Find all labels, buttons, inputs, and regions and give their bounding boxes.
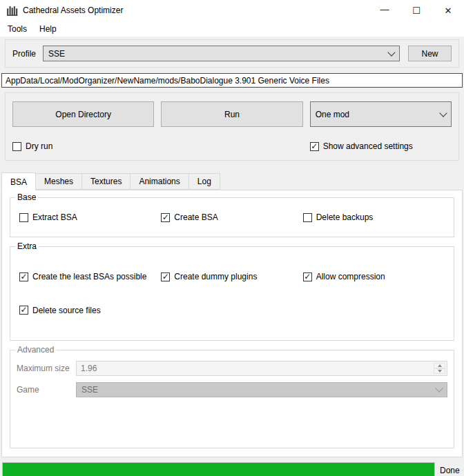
checkbox-box: [303, 213, 312, 222]
run-label: Run: [224, 110, 240, 119]
show-advanced-settings-checkbox[interactable]: ✓ Show advanced settings: [310, 141, 452, 151]
tab-meshes[interactable]: Meshes: [35, 173, 82, 190]
profile-label: Profile: [12, 49, 36, 59]
new-profile-button-label: New: [421, 49, 438, 59]
app-icon: [6, 5, 18, 17]
extra-group-title: Extra: [15, 241, 39, 251]
checkbox-box: [19, 213, 28, 222]
maximum-size-label: Maximum size: [17, 364, 76, 373]
dummy-plugins-label: Create dummy plugins: [174, 272, 257, 281]
delete-source-files-label: Delete source files: [32, 306, 101, 315]
spinner-buttons: [434, 363, 445, 374]
mod-path-input[interactable]: [1, 73, 463, 88]
tab-log[interactable]: Log: [188, 173, 220, 190]
maximize-icon: ☐: [412, 6, 420, 16]
progress-bar: [2, 462, 435, 476]
chevron-down-icon: [435, 384, 443, 392]
checkbox-box: ✓: [19, 306, 28, 315]
extra-row-2: ✓ Delete source files: [19, 305, 445, 315]
profile-select[interactable]: SSE: [43, 46, 400, 61]
tab-animations[interactable]: Animations: [130, 173, 188, 190]
checkbox-box: ✓: [19, 272, 28, 281]
progress-status-label: Done: [440, 466, 460, 475]
close-icon: ✕: [445, 6, 452, 16]
allow-compression-checkbox[interactable]: ✓ Allow compression: [303, 272, 445, 281]
tab-textures[interactable]: Textures: [81, 173, 130, 190]
caption-buttons: — ☐ ✕: [369, 0, 464, 21]
delete-backups-checkbox[interactable]: Delete backups: [303, 212, 445, 222]
checkbox-box: ✓: [303, 272, 312, 281]
menu-help[interactable]: Help: [33, 22, 63, 36]
menu-tools[interactable]: Tools: [1, 22, 33, 36]
game-label: Game: [17, 385, 76, 395]
chevron-down-icon: [439, 109, 447, 117]
open-directory-button[interactable]: Open Directory: [12, 101, 154, 127]
checkbox-box: ✓: [310, 142, 319, 151]
title-bar: Cathedral Assets Optimizer — ☐ ✕: [0, 0, 464, 21]
close-button[interactable]: ✕: [432, 0, 464, 21]
base-group: Base Extract BSA ✓ Create BSA Delete bac…: [10, 197, 454, 237]
bsa-tab-pane: Base Extract BSA ✓ Create BSA Delete bac…: [1, 190, 463, 457]
progress-row: Done: [2, 462, 462, 476]
create-bsa-label: Create BSA: [174, 212, 218, 222]
action-buttons-row: Open Directory Run One mod: [12, 101, 452, 127]
chevron-down-icon: [387, 48, 395, 56]
profile-selected-value: SSE: [48, 49, 65, 59]
checkbox-box: ✓: [161, 272, 170, 281]
checkbox-box: [12, 142, 21, 151]
least-bsas-checkbox[interactable]: ✓ Create the least BSAs possible: [19, 272, 161, 281]
mode-select[interactable]: One mod: [310, 101, 452, 127]
game-row: Game SSE: [17, 382, 447, 397]
base-group-title: Base: [15, 192, 38, 202]
menu-bar: Tools Help: [0, 21, 464, 37]
new-profile-button[interactable]: New: [408, 46, 452, 61]
tab-bsa[interactable]: BSA: [1, 172, 36, 190]
profile-group: Profile SSE New: [5, 39, 459, 68]
progress-bar-fill: [3, 463, 434, 476]
advanced-group: Advanced Maximum size 1.96 Game SSE: [10, 350, 454, 448]
dry-run-checkbox[interactable]: Dry run: [12, 141, 154, 151]
tab-bar: BSA Meshes Textures Animations Log: [1, 172, 464, 190]
allow-compression-label: Allow compression: [316, 272, 385, 281]
maximum-size-row: Maximum size 1.96: [17, 361, 447, 376]
least-bsas-label: Create the least BSAs possible: [32, 272, 146, 281]
actions-group: Open Directory Run One mod Dry run ✓ Sho…: [5, 92, 459, 161]
spinner-up-icon: [438, 364, 442, 367]
dry-run-label: Dry run: [26, 141, 52, 151]
minimize-icon: —: [380, 4, 389, 14]
extra-row-1: ✓ Create the least BSAs possible ✓ Creat…: [19, 272, 445, 281]
options-row: Dry run ✓ Show advanced settings: [12, 141, 452, 151]
maximum-size-spinner: 1.96: [76, 361, 447, 376]
spinner-down-button: [434, 368, 445, 374]
delete-backups-label: Delete backups: [316, 212, 374, 222]
dummy-plugins-checkbox[interactable]: ✓ Create dummy plugins: [161, 272, 302, 281]
spinner-down-icon: [438, 370, 442, 373]
open-directory-label: Open Directory: [55, 110, 111, 119]
minimize-button[interactable]: —: [369, 0, 400, 21]
extract-bsa-checkbox[interactable]: Extract BSA: [19, 212, 161, 222]
extract-bsa-label: Extract BSA: [32, 212, 77, 222]
delete-source-files-checkbox[interactable]: ✓ Delete source files: [19, 306, 101, 315]
game-selected-value: SSE: [81, 385, 98, 395]
create-bsa-checkbox[interactable]: ✓ Create BSA: [161, 212, 302, 222]
maximum-size-value: 1.96: [81, 364, 97, 373]
checkbox-box: ✓: [161, 213, 170, 222]
extra-group: Extra ✓ Create the least BSAs possible ✓…: [10, 246, 454, 341]
path-row: [1, 73, 463, 88]
show-advanced-settings-label: Show advanced settings: [323, 141, 413, 151]
game-select: SSE: [76, 382, 447, 397]
mode-selected-value: One mod: [316, 110, 349, 119]
spinner-up-button: [434, 363, 445, 368]
window-title: Cathedral Assets Optimizer: [23, 6, 123, 15]
maximize-button[interactable]: ☐: [400, 0, 432, 21]
run-button[interactable]: Run: [161, 101, 302, 127]
advanced-group-title: Advanced: [15, 345, 56, 355]
